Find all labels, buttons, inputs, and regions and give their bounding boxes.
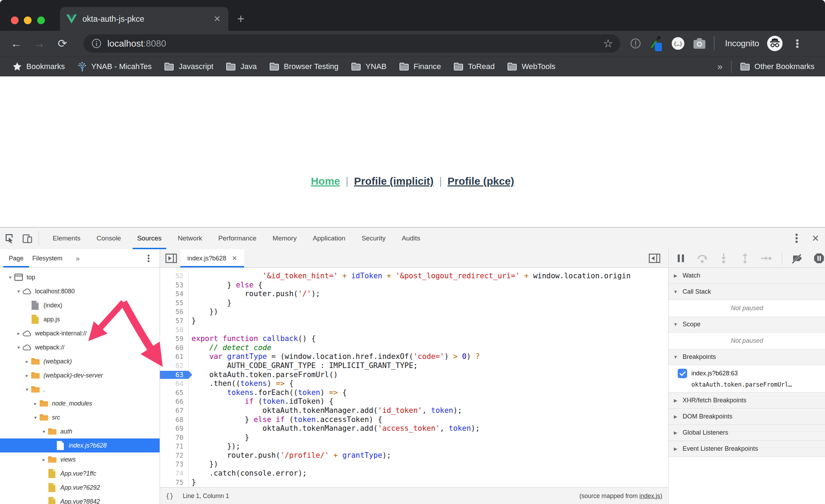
tree-item[interactable]: ▸views	[0, 452, 160, 466]
code-line[interactable]: 62 AUTH_CODE_GRANT_TYPE : IMPLICIT_GRANT…	[160, 361, 668, 370]
code-line[interactable]: 67 oktaAuth.tokenManager.add('id_token',…	[160, 406, 668, 415]
bookmark-item[interactable]: Javascript	[164, 62, 213, 71]
bookmark-item[interactable]: Bookmarks	[13, 62, 65, 71]
line-number[interactable]: 53	[160, 281, 189, 290]
editor-tab-close-icon[interactable]: ✕	[232, 254, 237, 262]
code-line[interactable]: 60 // detect code	[160, 343, 668, 353]
code-line[interactable]: 64 .then((tokens) => {	[160, 379, 668, 388]
bookmark-item[interactable]: Finance	[399, 62, 441, 71]
devtools-tab-sources[interactable]: Sources	[129, 227, 170, 249]
navigator-overflow-chevron[interactable]: »	[76, 254, 80, 263]
extension-icon[interactable]	[630, 38, 642, 49]
tree-item[interactable]: index.js?b628	[0, 438, 160, 452]
eyedropper-extension-icon[interactable]	[649, 36, 663, 51]
line-number[interactable]: 57	[160, 316, 189, 326]
line-number[interactable]: 71	[160, 442, 189, 451]
close-window-button[interactable]	[11, 16, 19, 24]
devtools-tab-console[interactable]: Console	[88, 227, 129, 249]
devtools-tab-audits[interactable]: Audits	[394, 227, 428, 249]
code-line[interactable]: 68 } else if (token.accessToken) {	[160, 415, 668, 424]
line-number[interactable]: 74	[160, 469, 189, 478]
tree-item[interactable]: App.vue?8842	[0, 495, 160, 504]
code-line[interactable]: 53 } else {	[160, 281, 668, 290]
bookmark-star-icon[interactable]: ☆	[603, 37, 613, 50]
expander-open-icon[interactable]: ▾	[32, 415, 39, 420]
line-number[interactable]: 65	[160, 388, 189, 397]
breakpoint-entry[interactable]: index.js?b628:63 oktaAuth.token.parseFro…	[669, 365, 825, 393]
line-number[interactable]: 62	[160, 361, 189, 370]
json-viewer-extension-icon[interactable]: {…}	[671, 36, 685, 50]
step-out-icon[interactable]	[739, 253, 751, 264]
devtools-tab-network[interactable]: Network	[170, 227, 210, 249]
code-editor[interactable]: 52 '&id_token_hint=' + idToken + '&post_…	[160, 267, 668, 488]
devtools-tab-application[interactable]: Application	[305, 227, 354, 249]
code-line[interactable]: 59export function callback() {	[160, 334, 668, 343]
debugger-section-breakpoints[interactable]: ▼Breakpoints	[669, 349, 825, 365]
inspect-element-icon[interactable]	[0, 227, 18, 249]
tree-item[interactable]: ▸webpack-internal://	[0, 326, 160, 340]
expander-open-icon[interactable]: ▾	[40, 429, 48, 434]
url-text[interactable]: localhost:8080	[107, 38, 166, 49]
other-bookmarks-folder[interactable]: Other Bookmarks	[740, 62, 814, 71]
page-nav-link[interactable]: Profile (implicit)	[354, 175, 434, 187]
code-line[interactable]: 56 })	[160, 307, 668, 316]
bookmark-item[interactable]: WebTools	[507, 62, 555, 71]
new-tab-button[interactable]: +	[237, 13, 244, 25]
line-number[interactable]: 61	[160, 352, 189, 361]
debugger-section-xhr-fetch-breakpoints[interactable]: ▶XHR/fetch Breakpoints	[669, 393, 825, 409]
tree-item[interactable]: (index)	[0, 298, 160, 312]
tree-item[interactable]: ▸(webpack)-dev-server	[0, 368, 160, 382]
line-number[interactable]: 56	[160, 307, 189, 316]
bookmark-item[interactable]: YNAB	[351, 62, 387, 71]
debugger-section-event-listener-breakpoints[interactable]: ▶Event Listener Breakpoints	[669, 441, 825, 457]
navigator-tab-filesystem[interactable]: Filesystem	[32, 249, 62, 267]
forward-button[interactable]: →	[32, 37, 46, 50]
screenshot-extension-icon[interactable]	[693, 38, 706, 49]
device-toolbar-icon[interactable]	[18, 227, 36, 249]
expander-closed-icon[interactable]: ▸	[23, 359, 31, 364]
line-number[interactable]: 69	[160, 424, 189, 433]
bookmarks-overflow-chevron[interactable]: »	[717, 61, 722, 72]
line-number[interactable]: 75	[160, 478, 189, 487]
code-line[interactable]: 74 .catch(console.error);	[160, 469, 668, 478]
expander-closed-icon[interactable]: ▸	[23, 373, 31, 378]
back-button[interactable]: ←	[9, 37, 23, 50]
navigator-menu-icon[interactable]: •••	[147, 254, 150, 263]
tree-item[interactable]: ▾.	[0, 382, 160, 396]
line-number[interactable]: 54	[160, 290, 189, 299]
pause-on-exceptions-icon[interactable]	[813, 253, 825, 264]
breakpoint-checkbox[interactable]	[678, 369, 687, 378]
line-number[interactable]: 52	[160, 272, 189, 281]
tree-item[interactable]: ▸node_modules	[0, 396, 160, 410]
address-bar[interactable]: localhost:8080 ☆	[83, 34, 620, 53]
browser-tab[interactable]: okta-auth-js-pkce ✕	[60, 7, 228, 31]
tree-item[interactable]: ▾src	[0, 410, 160, 424]
reload-button[interactable]: ⟳	[55, 37, 69, 50]
deactivate-breakpoints-icon[interactable]	[792, 253, 804, 264]
tree-item[interactable]: App.vue?1ffc	[0, 466, 160, 481]
code-line[interactable]: 66 if (token.idToken) {	[160, 397, 668, 406]
debugger-section-scope[interactable]: ▼Scope	[669, 316, 825, 333]
tree-item[interactable]: App.vue?6292	[0, 481, 160, 495]
navigator-tab-page[interactable]: Page	[9, 249, 24, 267]
page-nav-link[interactable]: Home	[311, 175, 340, 187]
devtools-tab-performance[interactable]: Performance	[210, 227, 264, 249]
tree-item[interactable]: ▾top	[0, 270, 160, 284]
line-number[interactable]: 73	[160, 460, 189, 469]
minimize-window-button[interactable]	[24, 16, 32, 24]
code-line[interactable]: 75}	[160, 478, 668, 487]
code-line[interactable]: 69 oktaAuth.tokenManager.add('access_tok…	[160, 424, 668, 433]
line-number[interactable]: 70	[160, 433, 189, 442]
toggle-navigator-icon[interactable]	[164, 252, 178, 264]
devtools-tab-memory[interactable]: Memory	[264, 227, 305, 249]
pretty-print-icon[interactable]: {}	[166, 492, 174, 500]
pause-script-icon[interactable]	[675, 253, 687, 264]
debugger-section-dom-breakpoints[interactable]: ▶DOM Breakpoints	[669, 409, 825, 425]
code-line[interactable]: 71 });	[160, 442, 668, 451]
devtools-tab-elements[interactable]: Elements	[45, 227, 88, 249]
tree-item[interactable]: ▾auth	[0, 424, 160, 438]
line-number[interactable]: 58	[160, 326, 189, 335]
step-into-icon[interactable]	[718, 253, 730, 264]
devtools-menu-icon[interactable]: •••	[787, 233, 806, 244]
debugger-section-call-stack[interactable]: ▼Call Stack	[669, 284, 825, 300]
